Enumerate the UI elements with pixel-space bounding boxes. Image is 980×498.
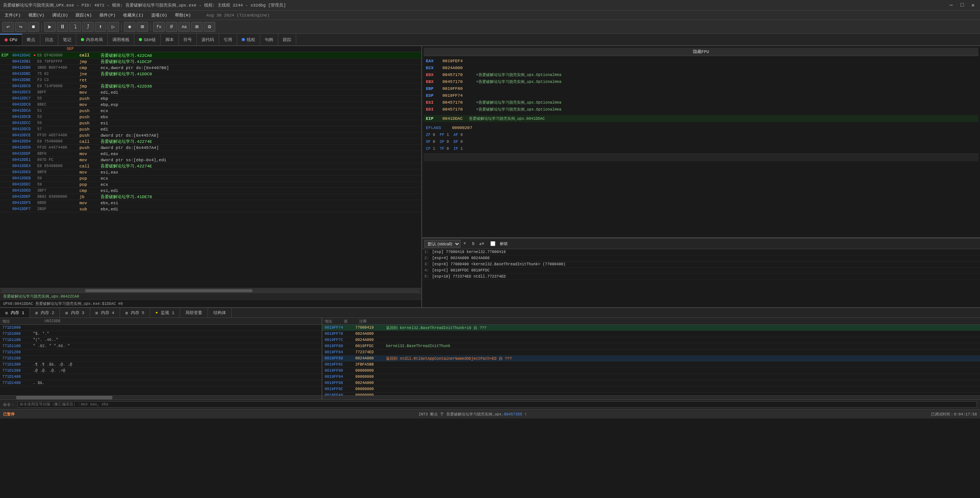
- mem-row[interactable]: 771D1480 . $&.: [0, 380, 322, 386]
- disasm-addr[interactable]: 0041DDEF: [12, 195, 33, 199]
- disasm-addr[interactable]: 0041DDE9: [12, 170, 33, 174]
- stack-hscroll[interactable]: [322, 395, 980, 399]
- menu-plugins[interactable]: 插件(P): [96, 12, 119, 19]
- tab-notes[interactable]: 笔记: [58, 34, 76, 45]
- minimize-button[interactable]: —: [947, 2, 955, 8]
- menu-favorites[interactable]: 收藏夹(I): [120, 12, 147, 19]
- toolbar-pause[interactable]: ⏸: [57, 22, 68, 32]
- mem-row[interactable]: 771D1380 .@ .@. .@. .>@: [0, 368, 322, 374]
- disasm-addr[interactable]: 0041DDED: [12, 189, 33, 193]
- menu-file[interactable]: 文件(F): [2, 12, 24, 19]
- reg-edx[interactable]: EDX 00457170 <吾爱破解论坛学习脱壳实例_upx.OptionalH…: [424, 71, 978, 78]
- menu-view[interactable]: 视图(V): [25, 12, 48, 19]
- tab-handles[interactable]: 句柄: [260, 34, 278, 45]
- disasm-content[interactable]: EIP 0041DDAC ● E8 EF4E0000 call 吾爱破解论坛学习…: [0, 52, 421, 288]
- mem-row[interactable]: 771D1200: [0, 349, 322, 356]
- disasm-row[interactable]: 0041DDEF 8B82 83000000 jb 吾爱破解论坛学习.41DE7…: [0, 194, 421, 200]
- tab-source[interactable]: 源代码: [197, 34, 219, 45]
- tab-memory[interactable]: 内存布局: [76, 34, 108, 45]
- disasm-addr[interactable]: 0041DDC0: [12, 84, 33, 88]
- tab-threads[interactable]: 线程: [237, 34, 260, 45]
- toolbar-breakpoint[interactable]: ✱: [124, 22, 135, 32]
- menu-trace[interactable]: 跟踪(N): [73, 12, 95, 19]
- disasm-row[interactable]: 0041DDF7 2BDF sub ebx,edi: [0, 206, 421, 212]
- toolbar-run[interactable]: ▶: [44, 22, 56, 32]
- bottom-tab-mem3[interactable]: ▦ 内存 3: [60, 308, 90, 318]
- disasm-addr[interactable]: 0041DDB6: [12, 66, 33, 70]
- mem-row[interactable]: 771D1180 " .02. " ".68. ": [0, 343, 322, 349]
- reg-esi[interactable]: ESI 00457170 <吾爱破解论坛学习脱壳实例_upx.OptionalH…: [424, 99, 978, 106]
- mem-row[interactable]: 771D1000: [0, 325, 322, 331]
- toolbar-close[interactable]: ↪: [15, 22, 26, 32]
- disasm-addr[interactable]: 0041DDDF: [12, 152, 33, 156]
- stack-item[interactable]: 0019FF7C 0024A000: [322, 337, 980, 343]
- bottom-tab-mem2[interactable]: ▦ 内存 2: [30, 308, 60, 318]
- stack-item[interactable]: 0019FF74 77000419 返回到 kernel32.BaseThrea…: [322, 325, 980, 331]
- disasm-row[interactable]: 0041DDB6 3B0D B0074400 cmp ecx,dword ptr…: [0, 65, 421, 71]
- menu-options[interactable]: 选项(O): [148, 12, 170, 19]
- reg-ecx[interactable]: ECX 0024A000: [424, 65, 978, 71]
- stack-item[interactable]: 0019FFA0 00000000: [322, 392, 980, 395]
- disasm-addr[interactable]: 0041DDF7: [12, 207, 33, 211]
- disasm-row[interactable]: 0041DDEB 59 pop ecx: [0, 175, 421, 182]
- disasm-row[interactable]: 0041DDCD 57 push edi: [0, 126, 421, 132]
- disasm-addr[interactable]: 0041DDE1: [12, 158, 33, 162]
- tab-log[interactable]: 日志: [40, 34, 58, 45]
- disasm-row[interactable]: 0041DDCE FF35 A8574400 push dword ptr ds…: [0, 132, 421, 139]
- disasm-addr[interactable]: 0041DDCE: [12, 133, 33, 137]
- disasm-addr[interactable]: 0041DDE4: [12, 164, 33, 168]
- bottom-tab-mem5[interactable]: ▦ 内存 5: [120, 308, 150, 318]
- toolbar-hex[interactable]: #: [166, 22, 177, 32]
- disasm-row[interactable]: 0041DDBE F3 C3 ret: [0, 77, 421, 83]
- disasm-addr[interactable]: 0041DDF5: [12, 201, 33, 205]
- mem-row[interactable]: 771D1280: [0, 356, 322, 362]
- reg-eax[interactable]: EAX 0019FEF4: [424, 58, 978, 65]
- disasm-row[interactable]: 0041DDD9 FF35 A4574400 push dword ptr ds…: [0, 145, 421, 151]
- tab-symbols[interactable]: 符号: [179, 34, 197, 45]
- stdcall-select[interactable]: 默认 (stdcall): [424, 240, 460, 248]
- disasm-row[interactable]: 0041DDCA 51 push ecx: [0, 108, 421, 114]
- disasm-addr[interactable]: 0041DDC7: [12, 96, 33, 101]
- disasm-row[interactable]: 0041DDE9 8BF0 mov esi,eax: [0, 169, 421, 175]
- toolbar-stepin[interactable]: ⤵: [69, 22, 81, 32]
- disasm-addr[interactable]: 0041DDBC: [12, 72, 33, 76]
- disasm-row[interactable]: 0041DDB1 E9 79FEFFFF jmp 吾爱破解论坛学习.41DC2F: [0, 59, 421, 65]
- toolbar-stepover[interactable]: ⤴: [82, 22, 94, 32]
- tab-callstack[interactable]: 调用堆栈: [108, 34, 134, 45]
- disasm-addr[interactable]: 0041DDB1: [12, 60, 33, 64]
- toolbar-memmap[interactable]: ⊞: [137, 22, 148, 32]
- toolbar-text[interactable]: Aa: [178, 22, 190, 32]
- stack-item[interactable]: 0019FF9C 00000000: [322, 386, 980, 392]
- stack-item[interactable]: 0019FF98 0024A000: [322, 380, 980, 386]
- bottom-tab-watch1[interactable]: ● 监视 1: [150, 308, 180, 318]
- reg-eip[interactable]: EIP 0041DDAC 吾爱破解论坛学习脱壳实例_upx.0041DDAC: [424, 115, 978, 122]
- mem-hscroll[interactable]: [0, 395, 322, 399]
- menu-help[interactable]: 帮助(H): [172, 12, 194, 19]
- disasm-addr[interactable]: 0041DDD4: [12, 139, 33, 144]
- disasm-row[interactable]: 0041DDD4 E8 75490000 call 吾爱破解论坛学习.42274…: [0, 139, 421, 145]
- reg-ebp[interactable]: EBP 0019FF80: [424, 85, 978, 92]
- bottom-tab-mem4[interactable]: ▦ 内存 4: [90, 308, 120, 318]
- disasm-row[interactable]: 0041DDCB 53 push ebx: [0, 114, 421, 120]
- stack-item[interactable]: 0019FF84 772374ED: [322, 349, 980, 356]
- disasm-row[interactable]: 0041DDCC 56 push esi: [0, 120, 421, 126]
- toolbar-stop[interactable]: ■: [28, 22, 39, 32]
- reg-esp[interactable]: ESP 0019FF74: [424, 92, 978, 99]
- disasm-row[interactable]: 0041DDC0 E9 714F0000 jmp 吾爱破解论坛学习.422D36: [0, 83, 421, 89]
- toolbar-settings[interactable]: ⚙: [204, 22, 215, 32]
- stack-row-5[interactable]: 5: [esp+10] 772374ED ntdll.772374ED: [422, 274, 980, 280]
- disasm-addr[interactable]: 0041DDCA: [12, 109, 33, 113]
- disasm-row[interactable]: 0041DDF5 8BDE mov ebx,esi: [0, 200, 421, 206]
- disasm-row[interactable]: 0041DDE1 897D FC mov dword ptr ss:[ebp-0…: [0, 157, 421, 163]
- disasm-addr[interactable]: 0041DDBE: [12, 78, 33, 82]
- reg-ebx[interactable]: EBX 00457170 <吾爱破解论坛学习脱壳实例_upx.OptionalH…: [424, 78, 978, 85]
- disasm-addr[interactable]: 0041DDC5: [12, 90, 33, 94]
- disasm-row[interactable]: 0041DDEC 59 pop ecx: [0, 182, 421, 188]
- tab-script[interactable]: 脚本: [161, 34, 179, 45]
- stack-row-3[interactable]: 3: [esp+8] 77000400 <kernel32.BaseThread…: [422, 261, 980, 268]
- disasm-row[interactable]: EIP 0041DDAC ● E8 EF4E0000 call 吾爱破解论坛学习…: [0, 52, 421, 59]
- toolbar-restart[interactable]: ↩: [2, 22, 14, 32]
- stack-content[interactable]: 0019FF74 77000419 返回到 kernel32.BaseThrea…: [322, 325, 980, 395]
- tab-cpu[interactable]: CPU: [0, 34, 22, 45]
- stack-row-4[interactable]: 4: [esp+C] 0019FFDC 0019FFDC: [422, 268, 980, 274]
